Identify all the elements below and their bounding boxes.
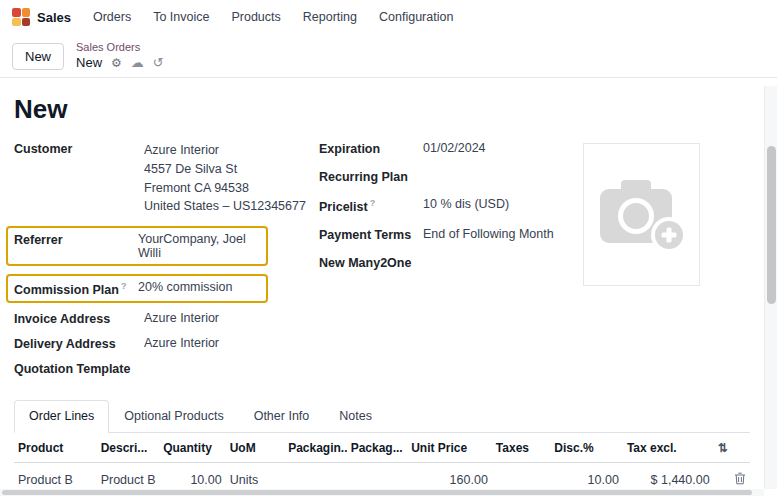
quotation-template-value[interactable] bbox=[144, 361, 319, 376]
optional-columns-icon[interactable]: ⇅ bbox=[718, 441, 728, 455]
customer-label: Customer bbox=[14, 141, 144, 156]
tab-notes[interactable]: Notes bbox=[324, 400, 387, 432]
control-panel: New Sales Orders New ⚙ ☁ ↺ bbox=[0, 34, 777, 78]
gear-icon[interactable]: ⚙ bbox=[111, 57, 122, 69]
tab-order-lines[interactable]: Order Lines bbox=[14, 400, 109, 433]
delivery-address-label: Delivery Address bbox=[14, 336, 144, 351]
top-navbar: Sales Orders To Invoice Products Reporti… bbox=[0, 0, 777, 34]
field-invoice-address: Invoice Address Azure Interior bbox=[14, 311, 319, 326]
menu-configuration[interactable]: Configuration bbox=[379, 10, 453, 24]
customer-name[interactable]: Azure Interior bbox=[144, 141, 319, 160]
field-expiration: Expiration 01/02/2024 bbox=[319, 141, 581, 156]
vertical-scrollbar-track[interactable] bbox=[764, 86, 777, 489]
field-recurring-plan: Recurring Plan bbox=[319, 169, 581, 184]
pricelist-label: Pricelist? bbox=[319, 197, 423, 214]
payment-terms-value[interactable]: End of Following Month bbox=[423, 227, 581, 242]
field-customer: Customer Azure Interior 4557 De Silva St… bbox=[14, 141, 319, 216]
invoice-address-label: Invoice Address bbox=[14, 311, 144, 326]
referrer-value[interactable]: YourCompany, Joel Willi bbox=[138, 232, 260, 260]
quotation-template-label: Quotation Template bbox=[14, 361, 144, 376]
app-name[interactable]: Sales bbox=[37, 10, 71, 25]
pricelist-value[interactable]: 10 % dis (USD) bbox=[423, 197, 581, 212]
form-right-column: Expiration 01/02/2024 Recurring Plan Pri… bbox=[319, 141, 581, 386]
col-packaging-qty: Packagin... bbox=[284, 433, 347, 463]
new-many2one-value[interactable] bbox=[423, 255, 581, 270]
app-brand[interactable]: Sales bbox=[12, 8, 71, 26]
col-quantity: Quantity bbox=[159, 433, 226, 463]
field-new-many2one: New Many2One bbox=[319, 255, 581, 270]
col-tax-excl: Tax excl. bbox=[623, 433, 714, 463]
menu-reporting[interactable]: Reporting bbox=[303, 10, 357, 24]
menu-products[interactable]: Products bbox=[231, 10, 280, 24]
help-icon: ? bbox=[121, 281, 127, 291]
col-unit-price: Unit Price bbox=[407, 433, 492, 463]
tab-optional-products[interactable]: Optional Products bbox=[109, 400, 238, 432]
breadcrumb-current: New bbox=[76, 55, 102, 71]
col-product: Product bbox=[14, 433, 97, 463]
commission-plan-label: Commission Plan? bbox=[14, 280, 138, 297]
page-title: New bbox=[14, 94, 750, 125]
payment-terms-label: Payment Terms bbox=[319, 227, 423, 242]
new-many2one-label: New Many2One bbox=[319, 255, 423, 270]
col-disc: Disc.% bbox=[550, 433, 623, 463]
expiration-label: Expiration bbox=[319, 141, 423, 156]
field-commission-plan-highlighted: Commission Plan? 20% commission bbox=[6, 274, 268, 303]
expiration-value[interactable]: 01/02/2024 bbox=[423, 141, 581, 156]
menu-to-invoice[interactable]: To Invoice bbox=[153, 10, 209, 24]
menu-orders[interactable]: Orders bbox=[93, 10, 131, 24]
breadcrumb-sales-orders[interactable]: Sales Orders bbox=[76, 41, 164, 55]
tab-other-info[interactable]: Other Info bbox=[239, 400, 325, 432]
invoice-address-value[interactable]: Azure Interior bbox=[144, 311, 319, 326]
notebook-tabs: Order Lines Optional Products Other Info… bbox=[14, 400, 750, 433]
form-body: Customer Azure Interior 4557 De Silva St… bbox=[14, 141, 750, 386]
table-header-row: Product Descri... Quantity UoM Packagin.… bbox=[14, 433, 750, 463]
camera-plus-icon bbox=[596, 173, 688, 257]
customer-value[interactable]: Azure Interior 4557 De Silva St Fremont … bbox=[144, 141, 319, 216]
field-delivery-address: Delivery Address Azure Interior bbox=[14, 336, 319, 351]
help-icon: ? bbox=[370, 198, 376, 208]
odoo-apps-icon[interactable] bbox=[12, 8, 30, 26]
field-referrer-highlighted: Referrer YourCompany, Joel Willi bbox=[6, 226, 268, 266]
field-quotation-template: Quotation Template bbox=[14, 361, 319, 376]
form-left-column: Customer Azure Interior 4557 De Silva St… bbox=[14, 141, 319, 386]
form-sheet: New Customer Azure Interior 4557 De Silv… bbox=[0, 78, 777, 496]
horizontal-scrollbar-track[interactable] bbox=[0, 489, 764, 496]
new-button[interactable]: New bbox=[12, 43, 64, 70]
delivery-address-value[interactable]: Azure Interior bbox=[144, 336, 319, 351]
breadcrumb: Sales Orders New ⚙ ☁ ↺ bbox=[76, 41, 164, 71]
col-taxes: Taxes bbox=[492, 433, 550, 463]
customer-city: Fremont CA 94538 bbox=[144, 179, 319, 198]
recurring-plan-value[interactable] bbox=[423, 169, 581, 184]
referrer-label: Referrer bbox=[14, 232, 138, 247]
col-description: Descri... bbox=[97, 433, 160, 463]
order-lines-table: Product Descri... Quantity UoM Packagin.… bbox=[14, 433, 750, 496]
product-image-upload[interactable] bbox=[583, 143, 700, 286]
field-pricelist: Pricelist? 10 % dis (USD) bbox=[319, 197, 581, 214]
cloud-save-icon[interactable]: ☁ bbox=[131, 56, 144, 69]
customer-country: United States – US12345677 bbox=[144, 197, 319, 216]
vertical-scrollbar-thumb[interactable] bbox=[767, 146, 776, 304]
col-uom: UoM bbox=[226, 433, 284, 463]
customer-street: 4557 De Silva St bbox=[144, 160, 319, 179]
discard-undo-icon[interactable]: ↺ bbox=[153, 56, 164, 69]
commission-plan-value[interactable]: 20% commission bbox=[138, 280, 260, 295]
field-payment-terms: Payment Terms End of Following Month bbox=[319, 227, 581, 242]
horizontal-scrollbar-thumb[interactable] bbox=[2, 490, 752, 495]
col-packaging: Packag... bbox=[347, 433, 407, 463]
recurring-plan-label: Recurring Plan bbox=[319, 169, 423, 184]
delete-line-icon[interactable] bbox=[734, 472, 746, 488]
